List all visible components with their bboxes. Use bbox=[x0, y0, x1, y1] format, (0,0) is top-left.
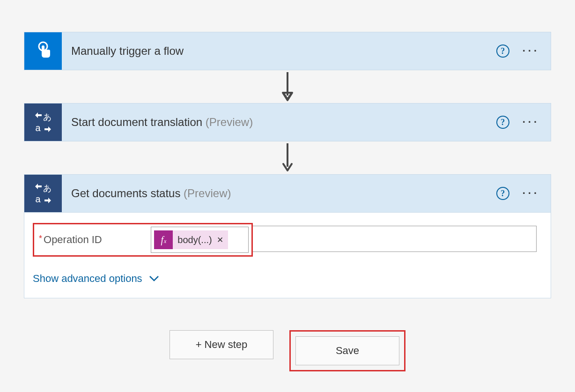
action-buttons: + New step Save bbox=[170, 330, 405, 371]
new-step-button[interactable]: + New step bbox=[170, 330, 273, 359]
svg-text:a: a bbox=[35, 123, 41, 133]
show-advanced-link[interactable]: Show advanced options bbox=[33, 273, 542, 285]
more-icon[interactable]: ··· bbox=[523, 116, 551, 128]
status-title-text: Get documents status bbox=[71, 187, 180, 200]
remove-token-icon[interactable]: ✕ bbox=[217, 235, 223, 245]
status-title: Get documents status (Preview) bbox=[62, 187, 496, 200]
more-icon[interactable]: ··· bbox=[523, 187, 551, 200]
translate-icon: あ a bbox=[31, 182, 55, 205]
svg-rect-1 bbox=[42, 45, 44, 53]
fx-icon: fx bbox=[154, 230, 173, 249]
status-card[interactable]: あ a Get documents status (Preview) ? ···… bbox=[24, 174, 551, 298]
more-icon[interactable]: ··· bbox=[523, 45, 551, 57]
translate-title-text: Start document translation bbox=[71, 116, 202, 128]
status-body: *Operation ID fx body(...) ✕ Show advanc… bbox=[24, 212, 551, 298]
help-icon[interactable]: ? bbox=[496, 116, 509, 129]
translate-header: あ a Start document translation (Preview)… bbox=[24, 104, 551, 141]
translate-icon: あ a bbox=[31, 111, 55, 134]
operation-id-label: *Operation ID bbox=[37, 234, 151, 246]
touch-icon bbox=[34, 41, 52, 61]
chevron-down-icon bbox=[149, 275, 159, 282]
connector-arrow bbox=[280, 141, 295, 174]
preview-label: (Preview) bbox=[180, 187, 231, 200]
svg-text:a: a bbox=[35, 194, 41, 204]
flow-canvas: Manually trigger a flow ? ··· あ a Star bbox=[0, 14, 575, 371]
help-icon[interactable]: ? bbox=[496, 44, 509, 58]
trigger-card[interactable]: Manually trigger a flow ? ··· bbox=[24, 32, 551, 70]
operation-id-field-ext[interactable] bbox=[253, 226, 537, 252]
translate-title: Start document translation (Preview) bbox=[62, 116, 496, 129]
trigger-icon bbox=[24, 32, 62, 70]
operation-id-input[interactable]: fx body(...) ✕ bbox=[151, 227, 249, 253]
operation-id-row: *Operation ID fx body(...) ✕ bbox=[33, 223, 253, 257]
connector-arrow bbox=[280, 70, 295, 103]
help-icon[interactable]: ? bbox=[496, 187, 509, 200]
trigger-title: Manually trigger a flow bbox=[62, 44, 496, 58]
expression-token[interactable]: body(...) ✕ bbox=[173, 230, 228, 249]
status-header: あ a Get documents status (Preview) ? ··· bbox=[24, 175, 551, 212]
translate-icon-box: あ a bbox=[24, 104, 62, 141]
save-highlight: Save bbox=[289, 330, 405, 371]
status-icon-box: あ a bbox=[24, 175, 62, 212]
svg-text:あ: あ bbox=[43, 112, 52, 122]
trigger-header: Manually trigger a flow ? ··· bbox=[24, 32, 551, 70]
preview-label: (Preview) bbox=[202, 116, 253, 128]
save-button[interactable]: Save bbox=[295, 336, 399, 365]
translate-card[interactable]: あ a Start document translation (Preview)… bbox=[24, 103, 551, 141]
svg-text:あ: あ bbox=[43, 184, 52, 193]
